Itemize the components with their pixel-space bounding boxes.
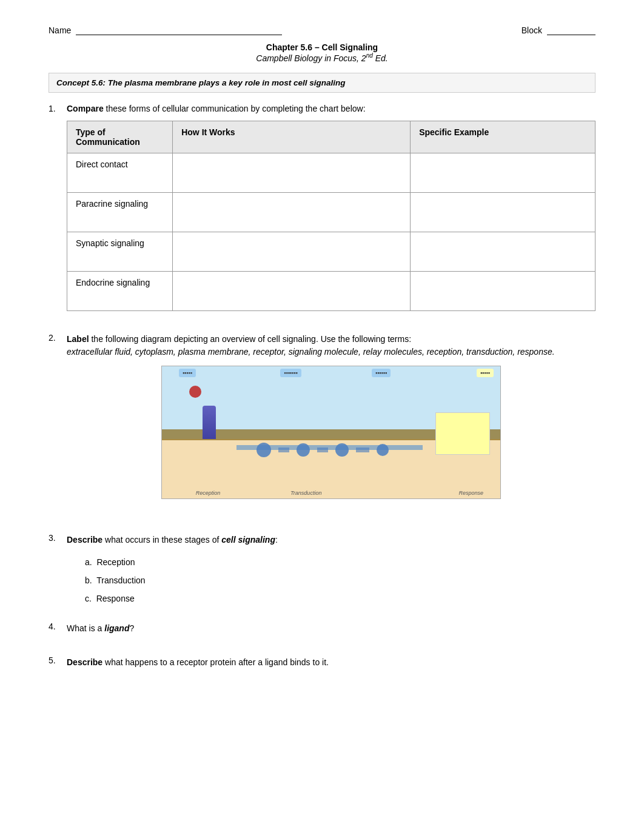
col-type-header: Type of Communication <box>67 121 173 153</box>
response-box <box>435 412 490 455</box>
row1-example <box>411 153 595 192</box>
q3-sub-b: b. Transduction <box>85 575 595 585</box>
signal-molecule <box>189 386 201 398</box>
q3b-label: b. <box>85 575 92 585</box>
q3-intro-rest: what occurs in these stages of <box>102 535 221 545</box>
name-label: Name <box>49 25 71 35</box>
q2-instruction: Label the following diagram depicting an… <box>67 333 595 358</box>
q3-content: Describe what occurs in these stages of … <box>67 533 595 612</box>
q1-content: Compare these forms of cellular communic… <box>67 104 595 323</box>
row3-example <box>411 232 595 271</box>
relay-mol-1 <box>257 443 271 457</box>
subtitle-end: Ed. <box>373 53 388 63</box>
row2-type: Paracrine signaling <box>67 192 173 232</box>
cell-signaling-diagram: ▪▪▪▪▪ ▪▪▪▪▪▪▪ ▪▪▪▪▪▪ ▪▪▪▪▪ <box>161 366 501 499</box>
q4-text: What is a ligand? <box>67 622 595 635</box>
q2-intro-rest: the following diagram depicting an overv… <box>89 334 412 344</box>
relay-mol-2 <box>297 443 310 457</box>
q2-content: Label the following diagram depicting an… <box>67 333 595 511</box>
q5-number: 5. <box>49 656 62 665</box>
q5-bold: Describe <box>67 657 102 667</box>
q3b-text: Transduction <box>96 575 145 585</box>
block-field-row: Block <box>522 24 595 35</box>
question-3: 3. Describe what occurs in these stages … <box>49 533 595 612</box>
relay-connector-2 <box>317 448 328 452</box>
diagram-label-3: ▪▪▪▪▪▪ <box>372 369 391 377</box>
table-row: Direct contact <box>67 153 595 192</box>
row3-how <box>173 232 411 271</box>
q4-ligand: ligand <box>104 623 129 633</box>
chapter-title: Chapter 5.6 – Cell Signaling <box>49 42 595 52</box>
q4-pre: What is a <box>67 623 104 633</box>
response-label: Response <box>459 490 484 496</box>
name-underline <box>76 24 282 35</box>
question-5: 5. Describe what happens to a receptor p… <box>49 656 595 680</box>
receptor-protein <box>203 406 216 439</box>
question-1: 1. Compare these forms of cellular commu… <box>49 104 595 323</box>
q3a-label: a. <box>85 557 92 567</box>
q3-intro: Describe what occurs in these stages of … <box>67 533 595 546</box>
relay-connector-1 <box>278 448 289 452</box>
diagram-label-4: ▪▪▪▪▪ <box>477 369 494 377</box>
block-label: Block <box>522 25 542 35</box>
q1-number: 1. <box>49 104 62 113</box>
row4-type: Endocrine signaling <box>67 271 173 310</box>
subtitle-sup: nd <box>366 52 373 59</box>
col-example-header: Specific Example <box>411 121 595 153</box>
q3-colon: : <box>275 535 278 545</box>
row2-how <box>173 192 411 232</box>
transduction-label: Transduction <box>290 490 321 496</box>
communication-table: Type of Communication How It Works Speci… <box>67 121 595 311</box>
row4-how <box>173 271 411 310</box>
row2-example <box>411 192 595 232</box>
q2-number: 2. <box>49 333 62 343</box>
table-row: Paracrine signaling <box>67 192 595 232</box>
col-how-header: How It Works <box>173 121 411 153</box>
q5-rest: what happens to a receptor protein after… <box>102 657 329 667</box>
q3-sub-a: a. Reception <box>85 557 595 567</box>
q3a-text: Reception <box>96 557 135 567</box>
q1-intro-bold: Compare <box>67 104 104 113</box>
concept-box: Concept 5.6: The plasma membrane plays a… <box>49 73 595 93</box>
question-4: 4. What is a ligand? <box>49 622 595 646</box>
diagram-label-1: ▪▪▪▪▪ <box>179 369 196 377</box>
q3c-label: c. <box>85 594 92 603</box>
subtitle-edition: , 2 <box>357 53 366 63</box>
q3-sub-c: c. Response <box>85 594 595 603</box>
name-field-row: Name <box>49 24 282 35</box>
question-2: 2. Label the following diagram depicting… <box>49 333 595 523</box>
q2-terms: extracellular fluid, cytoplasm, plasma m… <box>67 347 555 357</box>
concept-text: Concept 5.6: The plasma membrane plays a… <box>56 78 345 87</box>
q1-intro: Compare these forms of cellular communic… <box>67 104 595 113</box>
chapter-subtitle: Campbell Biology in Focus, 2nd Ed. <box>49 52 595 63</box>
q3c-text: Response <box>96 594 135 603</box>
row1-how <box>173 153 411 192</box>
diagram-label-2: ▪▪▪▪▪▪▪ <box>280 369 301 377</box>
row1-type: Direct contact <box>67 153 173 192</box>
relay-mol-4 <box>377 444 389 456</box>
table-row: Endocrine signaling <box>67 271 595 310</box>
relay-molecules <box>257 443 389 457</box>
row3-type: Synaptic signaling <box>67 232 173 271</box>
q5-content: Describe what happens to a receptor prot… <box>67 656 595 680</box>
q3-number: 3. <box>49 533 62 543</box>
block-underline <box>547 24 595 35</box>
q2-intro-bold: Label <box>67 334 89 344</box>
q3-intro-bold2: cell signaling <box>221 535 275 545</box>
relay-mol-3 <box>335 443 349 457</box>
q5-text: Describe what happens to a receptor prot… <box>67 656 595 669</box>
q3-intro-bold: Describe <box>67 535 102 545</box>
q1-intro-rest: these forms of cellular communication by… <box>104 104 366 113</box>
subtitle-italic: Campbell Biology in Focus <box>256 53 357 63</box>
header: Name Block <box>49 24 595 35</box>
q4-content: What is a ligand? <box>67 622 595 646</box>
table-row: Synaptic signaling <box>67 232 595 271</box>
reception-label: Reception <box>196 490 221 496</box>
chapter-header: Chapter 5.6 – Cell Signaling Campbell Bi… <box>49 42 595 63</box>
row4-example <box>411 271 595 310</box>
q4-post: ? <box>129 623 134 633</box>
relay-connector-3 <box>356 448 369 452</box>
table-header-row: Type of Communication How It Works Speci… <box>67 121 595 153</box>
q4-number: 4. <box>49 622 62 631</box>
